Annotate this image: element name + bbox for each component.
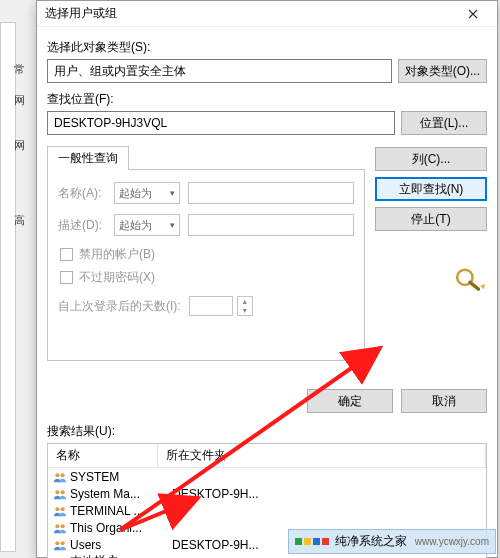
row-name: Users [68,538,168,552]
group-icon [52,554,68,558]
name-mode-dropdown[interactable]: 起始为▾ [114,182,180,204]
tab-common-queries[interactable]: 一般性查询 [47,146,129,170]
svg-point-6 [61,507,65,511]
watermark: 纯净系统之家 www.ycwxjy.com [288,529,496,554]
list-item[interactable]: SYSTEM [48,468,486,485]
disabled-accounts-checkbox[interactable]: 禁用的帐户(B) [60,246,354,263]
cancel-button[interactable]: 取消 [401,389,487,413]
col-folder[interactable]: 所在文件夹 [158,444,486,467]
row-name: System Ma... [68,487,168,501]
watermark-logo-icon [295,538,329,545]
svg-point-7 [55,524,59,528]
watermark-url: www.ycwxjy.com [415,536,489,547]
chevron-down-icon: ▾ [170,220,175,230]
days-spinner[interactable]: ▲▼ [237,296,253,316]
results-label: 搜索结果(U): [47,423,487,440]
object-type-label: 选择此对象类型(S): [47,39,487,56]
watermark-title: 纯净系统之家 [335,533,407,550]
location-label: 查找位置(F): [47,91,487,108]
results-header: 名称 所在文件夹 [48,444,486,468]
name-input[interactable] [188,182,354,204]
svg-point-1 [55,473,59,477]
list-item[interactable]: TERMINAL ... [48,502,486,519]
group-icon [52,520,68,535]
svg-point-10 [61,541,65,545]
group-icon [52,469,68,484]
row-name: 本地帐户 [68,553,168,558]
row-name: TERMINAL ... [68,504,168,518]
list-item[interactable]: System Ma...DESKTOP-9H... [48,485,486,502]
group-icon [52,486,68,501]
chevron-down-icon: ▾ [170,188,175,198]
close-icon [468,9,478,19]
object-type-input[interactable] [47,59,392,83]
location-input[interactable] [47,111,395,135]
find-now-button[interactable]: 立即查找(N) [375,177,487,201]
svg-point-8 [61,524,65,528]
locations-button[interactable]: 位置(L)... [401,111,487,135]
window-title: 选择用户或组 [45,5,117,22]
days-since-logon-label: 自上次登录后的天数(I): [58,298,181,315]
svg-point-3 [55,490,59,494]
svg-point-2 [61,473,65,477]
row-name: This Organi... [68,521,168,535]
columns-button[interactable]: 列(C)... [375,147,487,171]
row-name: SYSTEM [68,470,168,484]
group-icon [52,503,68,518]
background-tabs: 常 网 网 高 [14,62,34,342]
select-users-dialog: 选择用户或组 选择此对象类型(S): 对象类型(O)... 查找位置(F): 位… [36,0,498,558]
name-field-label: 名称(A): [58,185,114,202]
svg-point-4 [61,490,65,494]
non-expiring-password-checkbox[interactable]: 不过期密码(X) [60,269,354,286]
group-icon [52,537,68,552]
stop-button[interactable]: 停止(T) [375,207,487,231]
svg-point-5 [55,507,59,511]
close-button[interactable] [453,3,493,25]
desc-input[interactable] [188,214,354,236]
titlebar: 选择用户或组 [37,1,497,27]
query-panel: 名称(A): 起始为▾ 描述(D): 起始为▾ 禁用的帐户(B) 不过期密码(X… [47,169,365,361]
ok-button[interactable]: 确定 [307,389,393,413]
desc-mode-dropdown[interactable]: 起始为▾ [114,214,180,236]
svg-point-9 [55,541,59,545]
desc-field-label: 描述(D): [58,217,114,234]
search-icon [453,265,487,296]
days-input[interactable] [189,296,233,316]
col-name[interactable]: 名称 [48,444,158,467]
object-types-button[interactable]: 对象类型(O)... [398,59,487,83]
row-folder: DESKTOP-9H... [168,487,482,501]
